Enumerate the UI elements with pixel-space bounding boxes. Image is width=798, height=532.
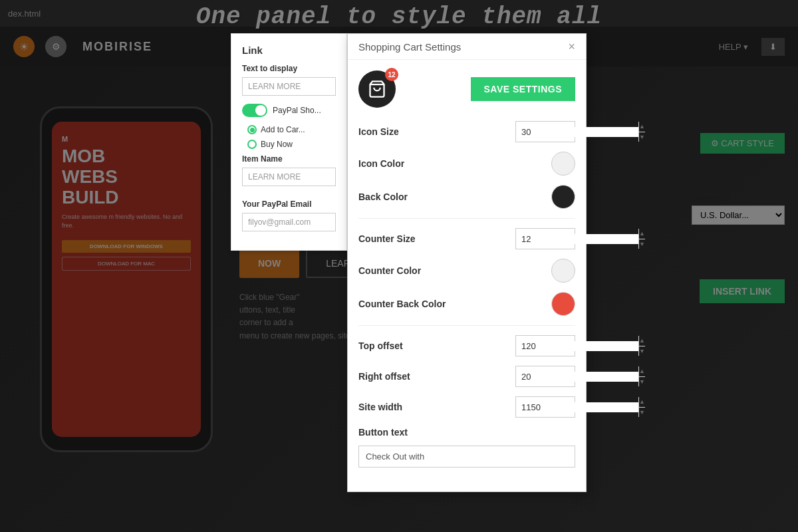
cart-panel-close[interactable]: × xyxy=(568,41,575,53)
back-color-swatch[interactable] xyxy=(551,185,575,209)
buy-now-row: Buy Now xyxy=(242,140,336,149)
add-to-cart-radio[interactable] xyxy=(247,125,257,134)
counter-color-swatch[interactable] xyxy=(551,259,575,283)
cart-top-row: 12 SAVE SETTINGS xyxy=(358,70,575,108)
counter-back-color-swatch[interactable] xyxy=(551,292,575,316)
counter-size-input[interactable] xyxy=(516,234,638,244)
icon-size-row: Icon Size ▲ ▼ xyxy=(358,121,575,142)
right-offset-spinner[interactable]: ▲ ▼ xyxy=(515,366,575,387)
icon-color-label: Icon Color xyxy=(358,158,404,169)
text-to-display-input[interactable] xyxy=(242,77,336,96)
button-text-label: Button text xyxy=(358,427,575,438)
link-panel-title: Link xyxy=(242,45,336,56)
top-offset-up[interactable]: ▲ xyxy=(639,336,645,346)
site-width-input[interactable] xyxy=(516,402,638,412)
top-offset-input[interactable] xyxy=(516,341,638,351)
icon-size-arrows: ▲ ▼ xyxy=(638,122,645,142)
icon-size-input[interactable] xyxy=(516,127,638,137)
counter-size-row: Counter Size ▲ ▼ xyxy=(358,228,575,249)
right-offset-input[interactable] xyxy=(516,372,638,382)
counter-size-spinner[interactable]: ▲ ▼ xyxy=(515,228,575,249)
divider-1 xyxy=(358,218,575,219)
icon-size-spinner[interactable]: ▲ ▼ xyxy=(515,121,575,142)
buy-now-label: Buy Now xyxy=(261,140,293,149)
item-name-input[interactable] xyxy=(242,168,336,186)
paypal-toggle-row: PayPal Sho... xyxy=(242,104,336,117)
cart-panel-title: Shopping Cart Settings xyxy=(358,41,461,53)
site-width-up[interactable]: ▲ xyxy=(639,397,645,408)
divider-2 xyxy=(358,325,575,326)
buy-now-radio[interactable] xyxy=(247,140,257,149)
top-offset-label: Top offset xyxy=(358,340,403,351)
right-offset-down[interactable]: ▼ xyxy=(639,377,645,387)
cart-settings-panel: Shopping Cart Settings × 12 SAVE SETTING… xyxy=(347,33,587,492)
site-width-down[interactable]: ▼ xyxy=(639,408,645,418)
icon-color-swatch[interactable] xyxy=(551,152,575,176)
button-text-input[interactable] xyxy=(358,446,575,467)
site-width-arrows: ▲ ▼ xyxy=(638,397,645,417)
item-name-label: Item Name xyxy=(242,154,336,164)
cart-panel-header: Shopping Cart Settings × xyxy=(348,34,586,60)
save-settings-button[interactable]: SAVE SETTINGS xyxy=(471,77,575,101)
top-offset-arrows: ▲ ▼ xyxy=(638,336,645,356)
counter-size-label: Counter Size xyxy=(358,233,416,244)
back-color-row: Back Color xyxy=(358,185,575,209)
right-offset-up[interactable]: ▲ xyxy=(639,366,645,377)
top-offset-row: Top offset ▲ ▼ xyxy=(358,335,575,356)
cart-panel-body: 12 SAVE SETTINGS Icon Size ▲ ▼ Icon Colo… xyxy=(348,60,586,478)
icon-color-row: Icon Color xyxy=(358,152,575,176)
add-to-cart-label: Add to Car... xyxy=(261,125,305,134)
email-input[interactable] xyxy=(242,213,336,231)
paypal-toggle[interactable] xyxy=(242,104,267,117)
cart-badge: 12 xyxy=(385,68,398,81)
right-offset-arrows: ▲ ▼ xyxy=(638,366,645,386)
top-offset-spinner[interactable]: ▲ ▼ xyxy=(515,335,575,356)
counter-back-color-label: Counter Back Color xyxy=(358,299,446,309)
counter-color-label: Counter Color xyxy=(358,265,421,276)
link-panel: Link Text to display PayPal Sho... Add t… xyxy=(231,33,347,251)
site-width-spinner[interactable]: ▲ ▼ xyxy=(515,396,575,418)
icon-size-label: Icon Size xyxy=(358,126,399,137)
site-width-label: Site width xyxy=(358,402,402,412)
add-to-cart-row: Add to Car... xyxy=(242,125,336,134)
right-offset-row: Right offset ▲ ▼ xyxy=(358,366,575,387)
email-label: Your PayPal Email xyxy=(242,200,336,209)
text-to-display-label: Text to display xyxy=(242,64,336,73)
icon-size-down[interactable]: ▼ xyxy=(639,132,645,142)
back-color-label: Back Color xyxy=(358,192,408,202)
counter-color-row: Counter Color xyxy=(358,259,575,283)
top-offset-down[interactable]: ▼ xyxy=(639,346,645,356)
counter-size-up[interactable]: ▲ xyxy=(639,229,645,239)
cart-icon xyxy=(368,80,386,98)
right-offset-label: Right offset xyxy=(358,371,410,382)
counter-back-color-row: Counter Back Color xyxy=(358,292,575,316)
icon-size-up[interactable]: ▲ xyxy=(639,122,645,132)
counter-size-arrows: ▲ ▼ xyxy=(638,229,645,249)
site-width-row: Site width ▲ ▼ xyxy=(358,396,575,418)
counter-size-down[interactable]: ▼ xyxy=(639,239,645,249)
paypal-label: PayPal Sho... xyxy=(273,106,321,115)
cart-icon-wrapper: 12 xyxy=(358,70,396,108)
